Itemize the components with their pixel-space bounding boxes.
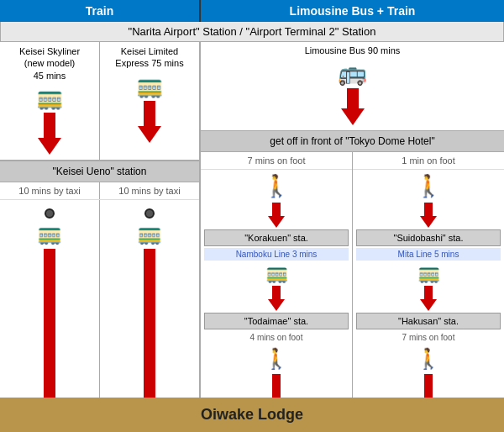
- limo-lower: 7 mins on foot 🚶 "Korakuen" sta. Namboku…: [201, 152, 504, 432]
- train-icon-suidobashi: 🚃: [417, 262, 440, 284]
- lodge-banner: Oiwake Lodge: [0, 398, 504, 432]
- mini-arrowhead-1: [268, 216, 285, 228]
- suidobashi-mini-arrow: [420, 203, 437, 228]
- train-section: Keisei Skyliner (new model) 45 mins 🚃 Ke…: [0, 42, 201, 432]
- todaimae-station: "Todaimae" sta.: [204, 313, 349, 329]
- red-bar: [44, 113, 55, 138]
- limo-col-korakuen: 7 mins on foot 🚶 "Korakuen" sta. Namboku…: [201, 152, 353, 432]
- mini-bar-1: [272, 203, 281, 216]
- mini-arrowhead-2: [420, 216, 437, 228]
- walk-icon-1: 🚶: [263, 173, 290, 199]
- train-icon-limited: 🚃: [136, 73, 163, 99]
- korakuen-train-arrow: 🚃: [265, 262, 288, 311]
- limo-top: Limousine Bus 90 mins 🚌: [201, 42, 504, 131]
- airport-banner: "Narita Airport" Station / "Airport Term…: [0, 22, 504, 42]
- limo-col-suidobashi: 1 min on foot 🚶 "Suidobashi" sta. Mita L…: [353, 152, 504, 432]
- namboku-line-label: Namboku Line 3 mins: [204, 248, 349, 261]
- red-arrowhead: [38, 138, 61, 155]
- skyliner-arrow-top: 🚃: [36, 85, 63, 155]
- connector-2: [144, 208, 155, 219]
- mini-arrowhead-4: [420, 299, 437, 311]
- mini-bar-2: [424, 203, 433, 216]
- walk-icon-4: 🚶: [416, 347, 441, 371]
- limo-red-bar: [347, 88, 359, 108]
- red-bar-2: [144, 101, 155, 126]
- limo-label: Limousine Bus 90 mins: [305, 45, 401, 55]
- korakuen-mini-arrow: [268, 203, 285, 228]
- suidobashi-station: "Suidobashi" sta.: [356, 229, 501, 246]
- korakuen-station: "Korakuen" sta.: [204, 229, 349, 246]
- limited-arrow-top: 🚃: [136, 73, 163, 143]
- limited-label: Keisei Limited Express 75 mins: [115, 45, 183, 70]
- header-limo: Limousine Bus + Train: [201, 0, 504, 22]
- train-option-limited: Keisei Limited Express 75 mins 🚃: [100, 42, 199, 160]
- train-icon-mid-2: 🚃: [137, 222, 162, 245]
- taxi-label-2: 10 mins by taxi: [100, 182, 199, 199]
- suidobashi-train-arrow: 🚃: [417, 262, 440, 311]
- hakusan-foot-label: 7 mins on foot: [401, 331, 457, 344]
- limo-arrowhead: [341, 108, 365, 125]
- connector-1: [45, 208, 55, 219]
- taxi-row: 10 mins by taxi 10 mins by taxi: [0, 182, 199, 200]
- mini-arrowhead-3: [268, 299, 285, 311]
- limo-section: Limousine Bus 90 mins 🚌 get off in front…: [201, 42, 504, 432]
- keisei-ueno-banner: "Keisei Ueno" station: [0, 161, 199, 182]
- foot-label-korakuen: 7 mins on foot: [201, 152, 352, 170]
- train-icon-skyliner: 🚃: [36, 85, 63, 111]
- red-arrowhead-2: [138, 126, 161, 143]
- train-icon-mid-1: 🚃: [37, 222, 62, 245]
- foot-label-suidobashi: 1 min on foot: [353, 152, 504, 170]
- mini-bar-4: [424, 286, 433, 299]
- taxi-label-1: 10 mins by taxi: [0, 182, 100, 199]
- hakusan-station: "Hakusan" sta.: [356, 313, 501, 329]
- todaimae-foot-label: 4 mins on foot: [249, 331, 305, 344]
- mita-line-label: Mita Line 5 mins: [356, 248, 501, 261]
- limo-arrow: 🚌: [338, 59, 367, 125]
- long-red-bar-1: [44, 249, 55, 415]
- mini-bar-3: [272, 286, 281, 299]
- bus-icon: 🚌: [338, 59, 367, 87]
- walk-icon-2: 🚶: [415, 173, 442, 199]
- long-red-bar-2: [144, 249, 155, 415]
- train-option-skyliner: Keisei Skyliner (new model) 45 mins 🚃: [0, 42, 100, 160]
- getoff-banner: get off in front of "Tokyo Dome Hotel": [201, 131, 504, 152]
- header-train: Train: [0, 0, 201, 22]
- skyliner-label: Keisei Skyliner (new model) 45 mins: [19, 45, 80, 82]
- train-options-row: Keisei Skyliner (new model) 45 mins 🚃 Ke…: [0, 42, 199, 161]
- train-icon-korakuen: 🚃: [265, 262, 288, 284]
- walk-icon-3: 🚶: [264, 347, 289, 371]
